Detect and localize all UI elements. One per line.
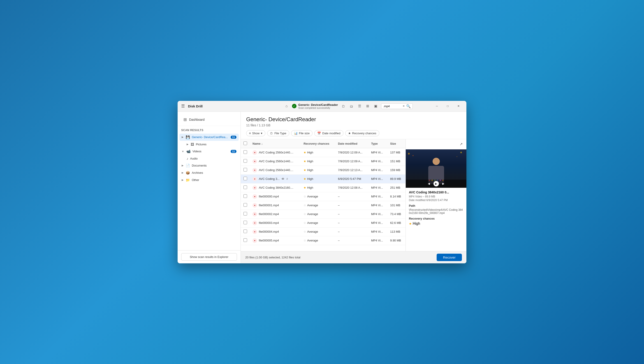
table-row[interactable]: ●AVC Coding 3840x2160....★High7/9/2020 1… <box>241 183 406 192</box>
sidebar-item-documents[interactable]: ▶ 📄 Documents <box>180 162 239 169</box>
grid-view-button[interactable]: ⊞ <box>364 102 371 110</box>
search-icon[interactable]: 🔍 <box>406 104 411 108</box>
name-column-header[interactable]: Name ↓ <box>250 139 301 148</box>
pictures-icon: 🖼 <box>191 142 194 146</box>
size-column-header[interactable]: Size <box>388 139 406 148</box>
recovery-column-header[interactable]: Recovery chances <box>301 139 335 148</box>
recovery-star-icon: ★ <box>304 160 306 163</box>
table-row[interactable]: ●AVC Coding 2560x1440....★High7/9/2020 1… <box>241 166 406 174</box>
search-input[interactable]: .mp4 <box>383 104 401 108</box>
date-column-header[interactable]: Date modified <box>335 139 368 148</box>
table-row[interactable]: ●file000005.mp4☆Average–MP4 Vi...9.90 MB <box>241 236 406 245</box>
recovery-star-icon: ☆ <box>304 212 306 216</box>
preview-recovery-label: Recovery chances <box>409 217 463 220</box>
row-checkbox[interactable] <box>244 186 247 189</box>
sidebar-item-audio[interactable]: ♪ Audio <box>180 155 239 162</box>
row-checkbox[interactable] <box>244 177 247 180</box>
table-row[interactable]: ●file000002.mp4☆Average–MP4 Vi...73.4 MB <box>241 210 406 218</box>
recovery-star-icon: ☆ <box>304 204 306 207</box>
table-container: Name ↓ Recovery chances Date modified Ty… <box>241 139 466 251</box>
next-button[interactable]: ▶ <box>441 181 446 186</box>
table-row[interactable]: ●file000004.mp4☆Average–MP4 Vi...113 MB <box>241 227 406 236</box>
scan-success-badge: ✓ <box>292 104 296 108</box>
recovery-text: Average <box>307 239 318 242</box>
file-rows: ●AVC Coding 2560x1440....★High7/9/2020 1… <box>241 148 406 245</box>
table-row[interactable]: ●file000003.mp4☆Average–MP4 Vi...62.6 MB <box>241 218 406 227</box>
row-name-cell: ●AVC Coding 3...👁# <box>250 174 301 183</box>
star-icon: ★ <box>348 132 351 135</box>
file-size-filter-button[interactable]: 📊 File size <box>291 130 313 136</box>
row-checkbox[interactable] <box>244 221 247 224</box>
row-checkbox[interactable] <box>244 238 247 242</box>
row-name-cell: ●file000000.mp4 <box>250 192 301 201</box>
recover-button[interactable]: Recover <box>437 254 462 261</box>
maximize-button[interactable]: □ <box>442 102 453 110</box>
row-checkbox[interactable] <box>244 203 247 207</box>
search-box[interactable]: .mp4 ✕ 🔍 <box>381 103 413 109</box>
show-explorer-button[interactable]: Show scan results in Explorer <box>181 253 237 261</box>
window-controls: ─ □ ✕ <box>432 102 464 110</box>
recovery-text: High <box>307 160 313 163</box>
recovery-chances-filter-button[interactable]: ★ Recovery chances <box>345 130 379 136</box>
file-table: Name ↓ Recovery chances Date modified Ty… <box>241 139 406 251</box>
table-row[interactable]: ●file000000.mp4☆Average–MP4 Vi...8.14 MB <box>241 192 406 201</box>
home-icon: ⌂ <box>286 104 288 108</box>
sidebar-item-dashboard[interactable]: ⊞ Dashboard <box>181 115 237 124</box>
close-button[interactable]: ✕ <box>453 102 464 110</box>
chevron-icon: ▶ <box>182 178 184 182</box>
hash-icon[interactable]: # <box>286 177 288 180</box>
show-filter-button[interactable]: ≡ Show ▾ <box>246 130 265 136</box>
panel-view-button[interactable]: ▣ <box>372 102 379 110</box>
select-all-header[interactable] <box>241 139 250 148</box>
sidebar-item-other[interactable]: ▶ 📁 Other <box>180 176 239 184</box>
recovery-star-icon: ☆ <box>304 239 306 242</box>
list-view-button[interactable]: ☰ <box>356 102 363 110</box>
file-view-button[interactable]: 🗋 <box>340 102 347 110</box>
row-type-cell: MP4 Vi... <box>368 227 388 236</box>
row-checkbox[interactable] <box>244 168 247 172</box>
file-type-filter-button[interactable]: 🗋 File Type <box>267 130 289 136</box>
minimize-button[interactable]: ─ <box>432 102 442 110</box>
play-button[interactable]: ▶ <box>434 181 439 186</box>
sidebar-item-device[interactable]: ▶ 💾 Generic- Device/CardRea... 11 <box>180 134 239 141</box>
row-name-cell: ●file000003.mp4 <box>250 218 301 227</box>
select-all-checkbox[interactable] <box>244 142 247 145</box>
date-label: Date modified <box>322 132 340 135</box>
row-checkbox[interactable] <box>244 159 247 163</box>
sidebar-item-videos[interactable]: ▼ 📹 Videos 11 <box>180 148 239 155</box>
file-name: file000003.mp4 <box>259 221 279 224</box>
table-row[interactable]: ●file000001.mp4☆Average–MP4 Vi...101 MB <box>241 201 406 210</box>
sidebar-item-archives[interactable]: ▶ 📦 Archives <box>180 169 239 176</box>
row-checkbox[interactable] <box>244 230 247 233</box>
prev-button[interactable]: ◀ <box>426 181 432 186</box>
row-checkbox[interactable] <box>244 150 247 154</box>
folder-view-button[interactable]: 🗂 <box>348 102 355 110</box>
chevron-icon: ▶ <box>186 143 188 146</box>
row-checkbox[interactable] <box>244 194 247 198</box>
file-count: 11 files / 1.13 GB <box>246 124 461 127</box>
preview-eye-icon[interactable]: 👁 <box>282 177 284 181</box>
preview-file-title: AVC Coding 3840x2160 0... <box>409 190 463 194</box>
file-type-icon: ● <box>252 212 257 216</box>
date-modified-filter-button[interactable]: 📅 Date modified <box>314 130 343 136</box>
row-checkbox[interactable] <box>244 212 247 216</box>
table-row[interactable]: ●AVC Coding 2560x1440....★High7/9/2020 1… <box>241 157 406 166</box>
hamburger-icon[interactable]: ☰ <box>180 103 186 110</box>
sidebar-nav: ▶ 💾 Generic- Device/CardRea... 11 ▶ 🖼 Pi… <box>178 133 240 250</box>
file-name: AVC Coding 2560x1440.... <box>259 151 293 154</box>
table-row[interactable]: ●AVC Coding 2560x1440....★High7/9/2020 1… <box>241 148 406 157</box>
row-type-cell: MP4 Vi... <box>368 174 388 183</box>
table-row[interactable]: ●AVC Coding 3...👁#★High6/9/2020 5:47 PMM… <box>241 174 406 183</box>
home-button[interactable]: ⌂ <box>283 102 290 110</box>
row-date-cell: – <box>335 192 368 201</box>
other-icon: 📁 <box>186 178 190 182</box>
preview-expand-button[interactable]: ↗ <box>458 141 464 147</box>
selection-info: 20 files (1.00 GB) selected, 1242 files … <box>245 256 300 259</box>
file-type-icon: ● <box>252 177 257 181</box>
row-type-cell: MP4 Vi... <box>368 201 388 210</box>
sidebar-item-pictures[interactable]: ▶ 🖼 Pictures <box>180 141 239 148</box>
search-clear-button[interactable]: ✕ <box>402 104 405 108</box>
type-column-header[interactable]: Type <box>368 139 388 148</box>
recovery-value-text: High <box>413 222 420 226</box>
sidebar-item-label: Pictures <box>196 142 206 146</box>
